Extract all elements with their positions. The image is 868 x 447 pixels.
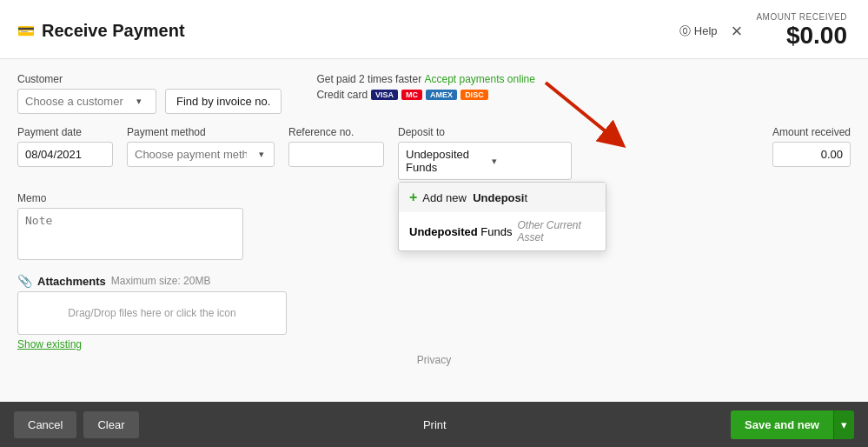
payment-date-field: Payment date [17, 126, 113, 167]
fund-name-highlight: Undeposited [409, 225, 478, 238]
help-circle-icon: ⓪ [679, 23, 691, 39]
paperclip-icon: 📎 [17, 274, 32, 288]
cancel-button[interactable]: Cancel [14, 411, 76, 438]
deposit-select[interactable]: Undeposited Funds ▾ [398, 142, 572, 180]
credit-card-label: Credit card [316, 89, 368, 101]
show-existing-link[interactable]: Show existing [17, 338, 851, 350]
fund-name: Undeposited Funds [409, 225, 513, 238]
add-new-text: Add new Undeposit [422, 191, 527, 204]
deposit-dropdown: + Add new Undeposit Undeposited Funds Ot… [398, 182, 606, 251]
add-new-label: Add new [422, 191, 467, 204]
visa-badge: VISA [371, 90, 398, 100]
deposit-label: Deposit to [398, 126, 572, 138]
find-invoice-button[interactable]: Find by invoice no. [165, 89, 282, 114]
payment-method-arrow[interactable]: ▾ [254, 149, 269, 160]
mastercard-badge: MC [401, 90, 422, 100]
privacy-row: Privacy [17, 350, 851, 370]
save-and-new-dropdown-button[interactable]: ▾ [833, 410, 854, 439]
reference-input[interactable] [288, 142, 384, 167]
close-button[interactable]: × [732, 22, 743, 41]
accept-payments-link[interactable]: Accept payments online [424, 73, 534, 85]
deposit-arrow[interactable]: ▾ [485, 156, 571, 167]
save-and-new-button[interactable]: Save and new [731, 410, 833, 439]
promo-text: Get paid 2 times faster Accept payments … [316, 73, 851, 85]
payment-date-input[interactable] [17, 142, 113, 167]
modal-footer: Cancel Clear Print Save and new ▾ [0, 402, 868, 447]
attachments-dropzone[interactable]: Drag/Drop files here or click the icon [17, 291, 287, 335]
customer-select[interactable]: ▾ [17, 89, 156, 114]
add-new-plus-icon: + [409, 190, 417, 205]
fund-type: Other Current Asset [518, 219, 596, 244]
amount-received-header: AMOUNT RECEIVED $0.00 [756, 12, 851, 50]
attachments-max-size: Maximum size: 20MB [111, 275, 211, 287]
reference-field: Reference no. [288, 126, 384, 167]
deposit-field: Deposit to Undeposited Funds ▾ + Add new… [398, 126, 572, 180]
add-new-highlight: Undeposi [473, 191, 524, 204]
second-row: Payment date Payment method ▾ Reference … [17, 126, 851, 180]
add-new-item[interactable]: + Add new Undeposit [399, 183, 606, 212]
attachments-label: Attachments [37, 275, 106, 288]
payment-method-select[interactable]: ▾ [127, 142, 275, 167]
footer-left: Cancel Clear [14, 411, 139, 438]
receive-payment-modal: 💳 Receive Payment ⓪ Help × AMOUNT RECEIV… [0, 0, 868, 447]
promo-area: Get paid 2 times faster Accept payments … [282, 73, 851, 101]
customer-dropdown-arrow[interactable]: ▾ [131, 96, 147, 107]
receive-payment-icon: 💳 [17, 23, 35, 39]
attachments-section: 📎 Attachments Maximum size: 20MB Drag/Dr… [17, 274, 851, 350]
modal-title: Receive Payment [42, 21, 185, 41]
amount-received-field-label: Amount received [772, 126, 851, 138]
top-section: Customer ▾ Find by invoice no. Get paid … [17, 73, 851, 114]
dropzone-text: Drag/Drop files here or click the icon [68, 307, 235, 319]
amex-badge: AMEX [426, 90, 457, 100]
top-left: Customer ▾ Find by invoice no. [17, 73, 282, 114]
payment-method-label: Payment method [127, 126, 275, 138]
help-button[interactable]: ⓪ Help [679, 23, 718, 39]
footer-center: Print [423, 418, 447, 431]
memo-textarea[interactable] [17, 208, 243, 260]
customer-input[interactable] [18, 90, 131, 113]
title-area: 💳 Receive Payment [17, 21, 185, 41]
privacy-label: Privacy [417, 354, 451, 366]
amount-received-input[interactable] [772, 142, 851, 167]
fund-name-suffix: Funds [480, 225, 512, 238]
amount-received-value: $0.00 [756, 22, 847, 50]
customer-field: Customer ▾ [17, 73, 156, 114]
deposit-value: Undeposited Funds [399, 143, 485, 179]
help-label: Help [694, 24, 718, 37]
undeposited-funds-item[interactable]: Undeposited Funds Other Current Asset [399, 212, 606, 250]
discover-badge: DISC [461, 90, 488, 100]
reference-label: Reference no. [288, 126, 384, 138]
payment-method-field: Payment method ▾ [127, 126, 275, 167]
modal-body: Customer ▾ Find by invoice no. Get paid … [0, 59, 868, 402]
add-new-suffix: t [524, 191, 527, 204]
amount-received-label: AMOUNT RECEIVED [756, 12, 847, 22]
amount-received-field: Amount received [772, 126, 851, 167]
modal-header: 💳 Receive Payment ⓪ Help × AMOUNT RECEIV… [0, 0, 868, 59]
print-button[interactable]: Print [423, 418, 447, 431]
promo-prefix: Get paid 2 times faster [316, 73, 421, 85]
payment-method-input[interactable] [128, 143, 254, 166]
payment-date-label: Payment date [17, 126, 113, 138]
header-right: ⓪ Help × AMOUNT RECEIVED $0.00 [679, 12, 851, 50]
customer-label: Customer [17, 73, 156, 85]
credit-card-area: Credit card VISA MC AMEX DISC [316, 89, 851, 101]
clear-button[interactable]: Clear [83, 411, 138, 438]
footer-right: Save and new ▾ [731, 410, 854, 439]
attachments-label-row: 📎 Attachments Maximum size: 20MB [17, 274, 851, 288]
